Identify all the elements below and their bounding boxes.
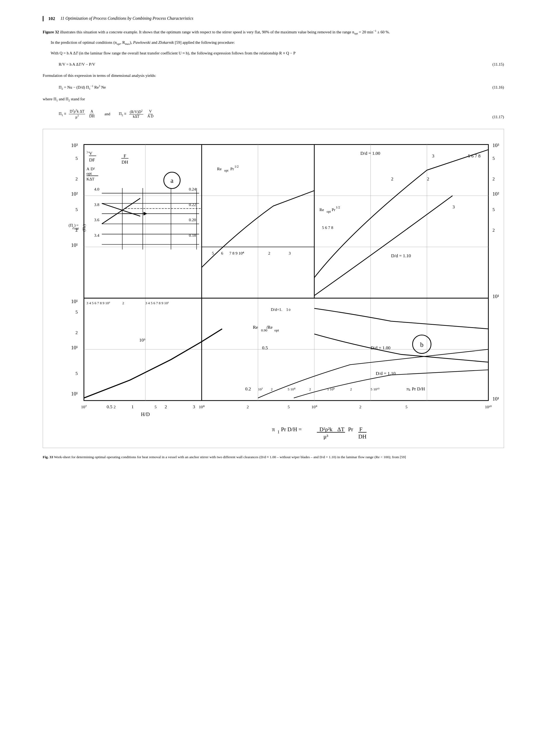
svg-text:10⁷: 10⁷ bbox=[258, 387, 263, 391]
svg-text:0.2: 0.2 bbox=[245, 386, 251, 392]
formulation-text: Formulation of this expression in terms … bbox=[43, 73, 504, 79]
svg-text:opt: opt bbox=[274, 328, 279, 332]
svg-text:(Π₂): (Π₂) bbox=[82, 224, 86, 232]
svg-text:D/d = 1.00: D/d = 1.00 bbox=[371, 345, 390, 350]
svg-text:5: 5 bbox=[212, 251, 214, 256]
svg-text:2: 2 bbox=[165, 404, 167, 409]
svg-text:0.20: 0.20 bbox=[189, 218, 196, 222]
svg-text:3: 3 bbox=[289, 251, 291, 256]
svg-text:Pr: Pr bbox=[230, 166, 234, 171]
svg-text:3: 3 bbox=[193, 404, 195, 409]
svg-text:2: 2 bbox=[391, 176, 393, 182]
svg-text:2: 2 bbox=[247, 404, 249, 409]
paragraph-1: Figure 32 illustrates this situation wit… bbox=[43, 29, 504, 36]
svg-text:10³: 10³ bbox=[139, 338, 145, 343]
paragraph-3: With Q = h A ΔT (in the laminar flow ran… bbox=[43, 50, 504, 56]
svg-text:V: V bbox=[89, 151, 93, 156]
svg-text:10³: 10³ bbox=[492, 143, 499, 148]
svg-text:2: 2 bbox=[309, 387, 311, 391]
chart-svg: 10³ 10² 10¹ 5 2 5 2 10³ 5 2 10² 5 2 10¹ … bbox=[43, 129, 504, 447]
svg-text:D/d = 1.10: D/d = 1.10 bbox=[391, 253, 411, 258]
svg-text:2: 2 bbox=[114, 404, 116, 409]
svg-text:D²: D² bbox=[90, 166, 95, 171]
svg-text:5: 5 bbox=[406, 404, 408, 409]
svg-text:π₁ Pr D/H: π₁ Pr D/H bbox=[406, 386, 425, 392]
svg-text:10³: 10³ bbox=[71, 143, 78, 148]
svg-text:7 8 9 10⁴: 7 8 9 10⁴ bbox=[229, 251, 244, 256]
svg-text:1: 1 bbox=[131, 404, 134, 409]
svg-text:10¹⁰: 10¹⁰ bbox=[485, 404, 492, 409]
fig-caption-label: Fig. 33 bbox=[43, 455, 53, 459]
svg-text:D/d = 1.00: D/d = 1.00 bbox=[360, 151, 380, 156]
svg-text:F: F bbox=[123, 154, 126, 158]
svg-text:1: 1 bbox=[286, 307, 288, 312]
svg-text:3: 3 bbox=[432, 154, 434, 158]
svg-text:0.5: 0.5 bbox=[107, 404, 113, 409]
svg-text:2: 2 bbox=[427, 176, 429, 182]
figure-ref: Figure 32 bbox=[43, 30, 59, 34]
svg-text:5: 5 bbox=[287, 404, 290, 409]
svg-text:10¹: 10¹ bbox=[71, 243, 78, 248]
svg-text:=: = bbox=[76, 223, 79, 227]
svg-text:3  4 5 6 7 8 9 10¹: 3 4 5 6 7 8 9 10¹ bbox=[146, 301, 169, 305]
figure-33: 10³ 10² 10¹ 5 2 5 2 10³ 5 2 10² 5 2 10¹ … bbox=[43, 129, 504, 448]
svg-text:10¹: 10¹ bbox=[71, 299, 78, 304]
svg-text:Pr: Pr bbox=[332, 207, 335, 212]
svg-text:2: 2 bbox=[76, 176, 78, 182]
equation-11-16: Π2 = Nu − (D/d) Π1−1 Re3 Ne (11.16) bbox=[59, 85, 504, 90]
svg-text:3 4 5 6 7 8 9 10³: 3 4 5 6 7 8 9 10³ bbox=[86, 301, 110, 305]
frac-pi2b: V A D bbox=[147, 109, 154, 119]
frac-pi1b: A DH bbox=[88, 109, 95, 119]
svg-text:b: b bbox=[420, 341, 423, 348]
svg-text:10⁹: 10⁹ bbox=[311, 404, 317, 409]
svg-text:2: 2 bbox=[492, 176, 495, 182]
svg-text:10²: 10² bbox=[71, 191, 78, 197]
svg-text:D²ρ²k: D²ρ²k bbox=[319, 426, 332, 432]
paragraph-2: In the prediction of optimal conditions … bbox=[43, 40, 504, 46]
svg-text:5: 5 bbox=[492, 207, 495, 212]
equation-11-17: Π1 ≡ D2ρ2k ΔT μ3 A DH and Π2 ≡ (R/V)D2 k… bbox=[59, 109, 504, 119]
svg-text:2: 2 bbox=[271, 387, 273, 391]
frac-pi2: (R/V)D2 kΔT bbox=[129, 109, 144, 119]
svg-text:3.6: 3.6 bbox=[94, 218, 100, 222]
svg-text:5: 5 bbox=[76, 310, 78, 315]
svg-text:2: 2 bbox=[76, 330, 78, 335]
svg-text:0.18: 0.18 bbox=[189, 233, 196, 237]
svg-text:4.0: 4.0 bbox=[94, 187, 100, 191]
page-header: 102 11 Optimization of Process Condition… bbox=[43, 16, 504, 21]
svg-text:0.5: 0.5 bbox=[262, 345, 268, 350]
svg-text:5: 5 bbox=[76, 156, 78, 161]
svg-text:2: 2 bbox=[268, 251, 270, 256]
svg-text:D/d = 1.10: D/d = 1.10 bbox=[376, 371, 395, 376]
svg-text:ΔT: ΔT bbox=[337, 426, 345, 432]
svg-text:5  6  7 8: 5 6 7 8 bbox=[322, 225, 333, 230]
svg-text:Pr: Pr bbox=[348, 426, 353, 432]
svg-text:3.4: 3.4 bbox=[94, 233, 100, 237]
svg-text:μ³: μ³ bbox=[324, 433, 328, 440]
svg-text:0.22: 0.22 bbox=[189, 202, 196, 207]
svg-text:2: 2 bbox=[350, 387, 352, 391]
svg-text:0.24: 0.24 bbox=[189, 187, 196, 191]
svg-text:10⁸: 10⁸ bbox=[199, 404, 204, 409]
svg-text:6: 6 bbox=[221, 251, 223, 256]
svg-text:5: 5 bbox=[76, 207, 78, 212]
svg-text:10²: 10² bbox=[492, 191, 499, 197]
svg-text:π: π bbox=[272, 426, 275, 432]
svg-text:/Re: /Re bbox=[266, 325, 273, 330]
figure-caption: Fig. 33 Work-sheet for determining optim… bbox=[43, 455, 504, 460]
frac-pi1: D2ρ2k ΔT μ3 bbox=[69, 109, 85, 119]
svg-text:Pr D/H =: Pr D/H = bbox=[281, 426, 302, 432]
svg-text:K∆T: K∆T bbox=[86, 177, 94, 181]
page-number: 102 bbox=[48, 16, 55, 21]
svg-text:F: F bbox=[359, 426, 363, 432]
svg-text:opt: opt bbox=[86, 171, 92, 176]
svg-text:Re: Re bbox=[319, 207, 324, 212]
svg-text:10¹: 10¹ bbox=[492, 396, 499, 402]
svg-text:2: 2 bbox=[492, 228, 495, 233]
svg-text:10¹: 10¹ bbox=[71, 391, 78, 396]
svg-text:1/2: 1/2 bbox=[235, 165, 239, 168]
svg-text:a: a bbox=[171, 177, 173, 185]
svg-text:A: A bbox=[86, 166, 89, 171]
svg-text:D/d=1.: D/d=1. bbox=[271, 307, 282, 312]
chapter-title: 11 Optimization of Process Conditions by… bbox=[60, 16, 193, 21]
